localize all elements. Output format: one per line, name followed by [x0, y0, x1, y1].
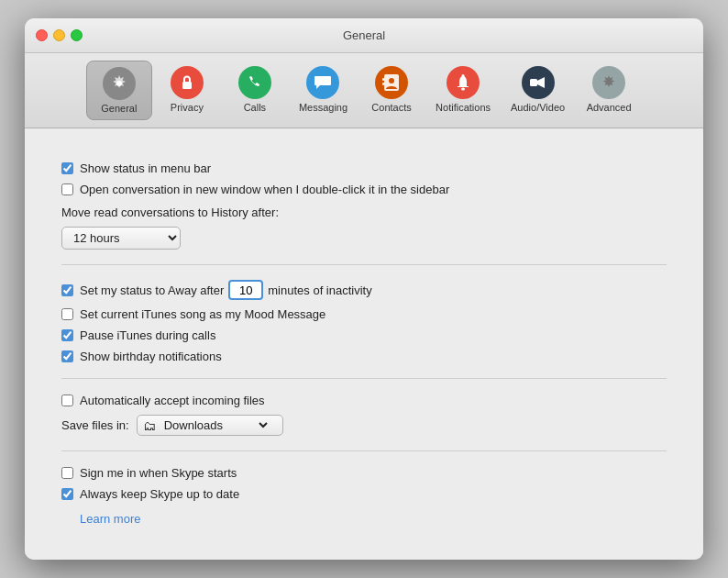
svg-point-7 [462, 74, 465, 77]
general-icon [103, 67, 136, 100]
pause-itunes-label: Pause iTunes during calls [80, 328, 215, 342]
toolbar-item-contacts[interactable]: Contacts [358, 61, 425, 120]
section-files: Automatically accept incoming files Save… [61, 379, 667, 451]
toolbar-label-contacts: Contacts [371, 102, 411, 113]
privacy-icon [171, 66, 204, 99]
history-dropdown[interactable]: 12 hours 1 hour 6 hours 24 hours 1 week … [61, 227, 181, 250]
toolbar-item-privacy[interactable]: Privacy [154, 61, 220, 120]
toolbar-label-messaging: Messaging [299, 102, 347, 113]
section-status: Show status in menu bar Open conversatio… [61, 147, 667, 265]
section-away: Set my status to Away after minutes of i… [61, 265, 667, 379]
open-conversation-label: Open conversation in new window when I d… [80, 183, 449, 196]
toolbar-item-messaging[interactable]: Messaging [290, 61, 357, 120]
auto-accept-label: Automatically accept incoming files [80, 394, 265, 407]
toolbar-item-notifications[interactable]: Notifications [426, 61, 500, 120]
svg-rect-4 [382, 83, 384, 85]
show-birthday-row: Show birthday notifications [61, 350, 667, 363]
show-status-label: Show status in menu bar [80, 161, 211, 175]
main-window: General General Privacy [25, 18, 703, 560]
open-conversation-checkbox[interactable] [61, 183, 73, 195]
messaging-icon [306, 66, 339, 99]
keep-updated-label: Always keep Skype up to date [80, 487, 239, 501]
svg-rect-1 [182, 82, 192, 89]
save-files-row: Save files in: 🗂 Downloads Desktop Docum… [61, 415, 667, 436]
svg-point-6 [461, 88, 465, 91]
toolbar-label-advanced: Advanced [587, 102, 632, 113]
pause-itunes-checkbox[interactable] [61, 329, 73, 341]
show-birthday-checkbox[interactable] [61, 350, 73, 362]
svg-point-5 [389, 78, 394, 83]
folder-icon: 🗂 [143, 418, 156, 433]
learn-more-link[interactable]: Learn more [80, 512, 140, 526]
sign-in-label: Sign me in when Skype starts [80, 466, 237, 480]
folder-select-container: 🗂 Downloads Desktop Documents [137, 415, 283, 436]
contacts-icon [375, 66, 408, 99]
toolbar-item-general[interactable]: General [86, 61, 152, 120]
show-birthday-label: Show birthday notifications [80, 350, 222, 363]
auto-accept-checkbox[interactable] [61, 395, 73, 406]
maximize-button[interactable] [71, 29, 83, 41]
svg-rect-8 [530, 79, 537, 86]
toolbar-label-calls: Calls [244, 102, 266, 113]
advanced-icon [592, 66, 625, 99]
save-files-label: Save files in: [61, 418, 129, 432]
toolbar-label-audiovideo: Audio/Video [511, 102, 565, 113]
folder-dropdown[interactable]: Downloads Desktop Documents [160, 417, 270, 433]
section-startup: Sign me in when Skype starts Always keep… [61, 451, 667, 541]
content-area: Show status in menu bar Open conversatio… [25, 128, 703, 560]
history-row: Move read conversations to History after… [61, 206, 667, 219]
set-away-suffix: minutes of inactivity [268, 283, 371, 297]
itunes-mood-label: Set current iTunes song as my Mood Messa… [80, 307, 325, 321]
open-conversation-row: Open conversation in new window when I d… [61, 183, 667, 196]
move-read-label: Move read conversations to History after… [61, 206, 279, 219]
toolbar-label-general: General [101, 103, 137, 114]
toolbar: General Privacy Calls [25, 53, 703, 128]
set-away-prefix: Set my status to Away after [80, 283, 224, 297]
keep-updated-checkbox[interactable] [61, 488, 73, 500]
minutes-input[interactable] [228, 280, 263, 300]
show-status-row: Show status in menu bar [61, 161, 667, 175]
toolbar-label-notifications: Notifications [436, 102, 491, 113]
traffic-lights [36, 29, 83, 41]
itunes-mood-checkbox[interactable] [61, 308, 73, 320]
auto-accept-row: Automatically accept incoming files [61, 394, 667, 407]
keep-updated-row: Always keep Skype up to date [61, 487, 667, 501]
audiovideo-icon [522, 66, 555, 99]
toolbar-label-privacy: Privacy [171, 102, 204, 113]
toolbar-item-audiovideo[interactable]: Audio/Video [502, 61, 574, 120]
minimize-button[interactable] [53, 29, 65, 41]
itunes-mood-row: Set current iTunes song as my Mood Messa… [61, 307, 667, 321]
set-away-checkbox[interactable] [61, 284, 73, 296]
set-away-row: Set my status to Away after minutes of i… [61, 280, 667, 300]
titlebar: General [25, 18, 703, 53]
toolbar-item-calls[interactable]: Calls [222, 61, 288, 120]
svg-rect-3 [382, 78, 384, 81]
close-button[interactable] [36, 29, 48, 41]
calls-icon [238, 66, 271, 99]
show-status-checkbox[interactable] [61, 162, 73, 174]
window-title: General [343, 28, 385, 42]
sign-in-row: Sign me in when Skype starts [61, 466, 667, 480]
toolbar-item-advanced[interactable]: Advanced [576, 61, 642, 120]
notifications-icon [447, 66, 480, 99]
sign-in-checkbox[interactable] [61, 467, 73, 479]
pause-itunes-row: Pause iTunes during calls [61, 328, 667, 342]
